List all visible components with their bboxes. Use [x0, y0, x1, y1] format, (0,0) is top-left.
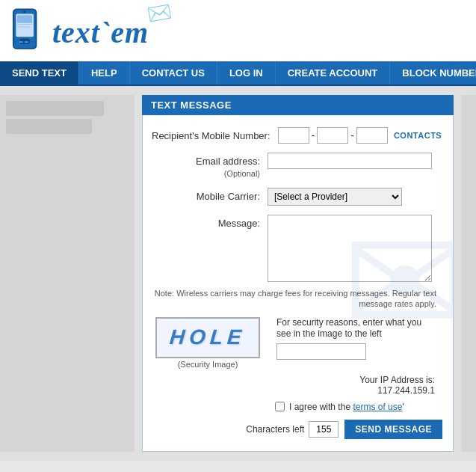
ip-text: Your IP Address is: 117.244.159.1 — [359, 375, 435, 396]
nav-create-account[interactable]: CREATE ACCOUNT — [276, 61, 391, 85]
captcha-right: For security reasons, enter what you see… — [276, 317, 426, 360]
header: ✉️ text`em — [0, 0, 476, 61]
svg-rect-5 — [25, 41, 28, 43]
nav-log-in[interactable]: LOG IN — [217, 61, 276, 85]
captcha-row: HOLE (Security Image) For security reaso… — [152, 317, 444, 369]
phone-control-area: - - CONTACTS — [278, 127, 444, 144]
message-textarea[interactable] — [268, 215, 432, 282]
captcha-label: (Security Image) — [155, 360, 260, 369]
navbar: SEND TEXT HELP CONTACT US LOG IN CREATE … — [0, 61, 476, 86]
nav-contact-us[interactable]: CONTACT US — [130, 61, 217, 85]
recipient-row: Recipient's Mobile Number: - - CONTACTS — [152, 127, 444, 144]
chars-left-value: 155 — [309, 421, 339, 438]
nav-send-text[interactable]: SEND TEXT — [0, 61, 79, 85]
message-row: Message: — [152, 215, 444, 282]
phone-area-code[interactable] — [278, 127, 309, 144]
carrier-control-area: [Select a Provider] AT&T T-Mobile Verizo… — [268, 188, 444, 206]
phone-sep-1: - — [312, 129, 315, 141]
terms-link[interactable]: terms of use — [353, 402, 402, 412]
svg-rect-4 — [19, 41, 23, 43]
sidebar-right — [461, 95, 476, 452]
message-label: Message: — [152, 215, 268, 230]
svg-rect-6 — [17, 15, 32, 23]
terms-text: I agree with the terms of use' — [289, 402, 404, 412]
logo-text: text`em — [52, 15, 149, 50]
email-input[interactable] — [268, 153, 432, 169]
captcha-image: HOLE — [155, 317, 260, 358]
panel-title: TEXT MESSAGE — [151, 99, 232, 111]
sidebar-left — [0, 95, 135, 452]
email-control-area — [268, 153, 444, 169]
email-label: Email address: (Optional) — [152, 153, 268, 179]
carrier-label: Mobile Carrier: — [152, 188, 268, 203]
note-text: Note: Wireless carriers may charge fees … — [152, 285, 444, 310]
svg-point-3 — [23, 10, 26, 13]
carrier-row: Mobile Carrier: [Select a Provider] AT&T… — [152, 188, 444, 206]
captcha-display-text: HOLE — [169, 325, 247, 349]
form-panel: TEXT MESSAGE ✉ Recipient's Mobile Number… — [142, 95, 454, 452]
ip-row: Your IP Address is: 117.244.159.1 — [152, 375, 444, 396]
phone-exchange[interactable] — [317, 127, 348, 144]
nav-block-number[interactable]: BLOCK NUMBER — [390, 61, 476, 85]
captcha-instruction: For security reasons, enter what you see… — [276, 317, 426, 340]
phone-number[interactable] — [356, 127, 388, 144]
carrier-select[interactable]: [Select a Provider] AT&T T-Mobile Verizo… — [268, 188, 402, 206]
bottom-row: Characters left 155 SEND MESSAGE — [152, 420, 444, 439]
email-row: Email address: (Optional) — [152, 153, 444, 179]
terms-checkbox[interactable] — [275, 402, 285, 411]
contacts-link[interactable]: CONTACTS — [394, 131, 442, 140]
nav-help[interactable]: HELP — [79, 61, 130, 85]
message-control-area — [268, 215, 444, 282]
panel-body: ✉ Recipient's Mobile Number: - - CONTACT… — [142, 115, 454, 452]
phone-icon — [7, 6, 49, 58]
captcha-input[interactable] — [276, 343, 366, 360]
panel-header: TEXT MESSAGE — [142, 95, 454, 115]
terms-row: I agree with the terms of use' — [152, 402, 444, 412]
recipient-label: Recipient's Mobile Number: — [152, 127, 278, 143]
envelope-decoration: ✉️ — [146, 0, 173, 26]
main-content: TEXT MESSAGE ✉ Recipient's Mobile Number… — [0, 86, 476, 461]
phone-sep-2: - — [350, 129, 354, 141]
phone-group: - - CONTACTS — [278, 127, 442, 144]
logo-area: ✉️ text`em — [7, 6, 149, 58]
send-message-button[interactable]: SEND MESSAGE — [344, 420, 442, 439]
chars-left-label: Characters left — [246, 424, 304, 435]
captcha-image-container: HOLE (Security Image) — [152, 317, 268, 369]
note-row: Note: Wireless carriers may charge fees … — [152, 285, 444, 310]
